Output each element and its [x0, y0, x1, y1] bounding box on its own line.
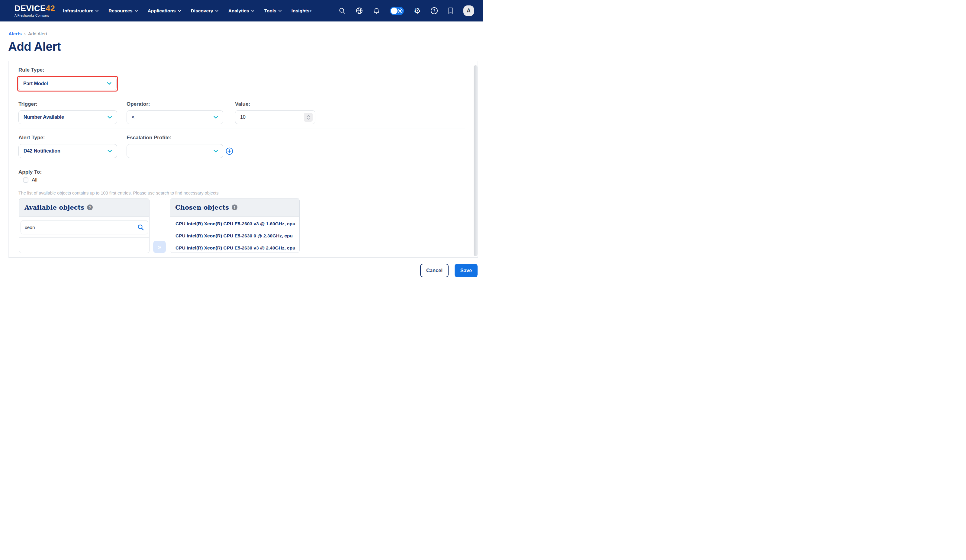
help-icon[interactable]: ?	[232, 204, 237, 210]
logo-wordmark: DEVICE42	[15, 5, 55, 13]
breadcrumb-separator: ›	[24, 31, 26, 36]
nav-icon-cluster: ⚙ ? A	[338, 5, 474, 16]
add-alert-form-card: Rule Type: Part Model Trigger: Operator:…	[8, 61, 478, 258]
rule-type-highlight: Part Model	[17, 76, 118, 92]
alert-type-select[interactable]: D42 Notification	[18, 144, 117, 158]
value-label: Value:	[235, 101, 250, 107]
list-item[interactable]: CPU Intel(R) Xeon(R) CPU E5-2630 v3 @ 2.…	[170, 242, 299, 254]
value-stepper[interactable]	[304, 113, 313, 122]
escalation-profile-label: Escalation Profile:	[127, 135, 171, 141]
toggle-knob	[391, 8, 398, 14]
chevron-down-icon	[108, 150, 112, 153]
objects-note: The list of available objects contains u…	[18, 190, 219, 195]
chevron-down-icon	[251, 10, 254, 12]
help-icon[interactable]: ?	[431, 7, 438, 14]
chosen-objects-panel: Chosen objects ? CPU Intel(R) Xeon(R) CP…	[170, 198, 300, 253]
page-title: Add Alert	[8, 40, 61, 53]
chevron-up-icon	[307, 115, 310, 117]
search-icon[interactable]	[338, 7, 345, 14]
breadcrumb-current: Add Alert	[28, 31, 47, 36]
transfer-right-button[interactable]: »	[153, 241, 166, 253]
menu-insights[interactable]: Insights+	[291, 8, 312, 13]
chevron-down-icon	[107, 82, 112, 85]
apply-to-all-checkbox[interactable]	[23, 177, 28, 183]
operator-select[interactable]: <	[127, 110, 223, 124]
apply-to-label: Apply To:	[18, 169, 42, 175]
apply-to-all-label: All	[32, 177, 38, 183]
available-objects-title: Available objects	[25, 204, 84, 211]
chevron-down-icon	[215, 10, 219, 12]
chevron-down-icon	[214, 116, 218, 119]
divider	[18, 162, 465, 162]
menu-tools[interactable]: Tools	[264, 8, 281, 13]
breadcrumb: Alerts › Add Alert	[8, 31, 47, 36]
page-scrollbar[interactable]	[474, 65, 478, 256]
menu-infrastructure[interactable]: Infrastructure	[63, 8, 99, 13]
chevron-down-icon	[279, 10, 281, 12]
chevron-down-icon	[108, 116, 112, 119]
available-objects-search-wrap	[21, 220, 148, 235]
list-item[interactable]: CPU Intel(R) Xeon(R) CPU E5-2603 v3 @ 1.…	[170, 218, 299, 230]
available-objects-panel: Available objects ?	[19, 198, 150, 253]
top-nav: DEVICE42 A Freshworks Company Infrastruc…	[0, 0, 483, 22]
divider	[18, 128, 465, 128]
chevron-down-icon	[135, 10, 138, 12]
menu-resources[interactable]: Resources	[108, 8, 138, 13]
escalation-profile-select[interactable]: ——	[127, 144, 223, 158]
chosen-objects-title: Chosen objects	[175, 204, 229, 211]
trigger-label: Trigger:	[18, 101, 38, 107]
operator-label: Operator:	[127, 101, 150, 107]
help-icon[interactable]: ?	[87, 204, 93, 210]
chosen-objects-list: CPU Intel(R) Xeon(R) CPU E5-2603 v3 @ 1.…	[170, 217, 299, 254]
main-menu: Infrastructure Resources Applications Di…	[63, 8, 312, 13]
globe-icon[interactable]	[355, 7, 363, 15]
chevron-down-icon	[178, 10, 181, 12]
logo-tagline: A Freshworks Company	[15, 14, 55, 17]
value-field-wrap	[235, 110, 315, 124]
divider	[18, 94, 465, 94]
logo-text: DEVICE	[15, 4, 46, 13]
theme-toggle[interactable]	[390, 7, 404, 15]
cancel-button[interactable]: Cancel	[420, 264, 449, 277]
trigger-select[interactable]: Number Available	[18, 110, 117, 124]
available-objects-search-input[interactable]	[25, 225, 138, 230]
device42-logo[interactable]: DEVICE42 A Freshworks Company	[15, 5, 55, 17]
logo-number: 42	[46, 4, 55, 13]
value-input[interactable]	[240, 115, 294, 120]
menu-analytics[interactable]: Analytics	[228, 8, 254, 13]
search-icon[interactable]	[138, 224, 144, 231]
alert-type-label: Alert Type:	[18, 135, 45, 141]
chevron-down-icon	[307, 118, 310, 120]
avatar[interactable]: A	[463, 5, 474, 16]
save-button[interactable]: Save	[455, 264, 478, 277]
add-alert-page: DEVICE42 A Freshworks Company Infrastruc…	[0, 0, 483, 280]
chevron-down-icon	[95, 10, 99, 12]
bell-icon[interactable]	[373, 7, 380, 15]
menu-discovery[interactable]: Discovery	[191, 8, 219, 13]
divider	[19, 237, 149, 238]
chosen-objects-header: Chosen objects ?	[170, 199, 299, 217]
gear-icon[interactable]: ⚙	[414, 7, 421, 15]
chevron-down-icon	[214, 150, 218, 153]
bookmark-icon[interactable]	[448, 7, 453, 14]
list-item[interactable]: CPU Intel(R) Xeon(R) CPU E5-2630 0 @ 2.3…	[170, 230, 299, 242]
rule-type-select[interactable]: Part Model	[18, 77, 117, 90]
rule-type-label: Rule Type:	[18, 67, 44, 73]
add-escalation-profile-button[interactable]	[226, 148, 233, 155]
breadcrumb-alerts-link[interactable]: Alerts	[8, 31, 22, 36]
menu-applications[interactable]: Applications	[148, 8, 181, 13]
available-objects-header: Available objects ?	[19, 199, 149, 217]
